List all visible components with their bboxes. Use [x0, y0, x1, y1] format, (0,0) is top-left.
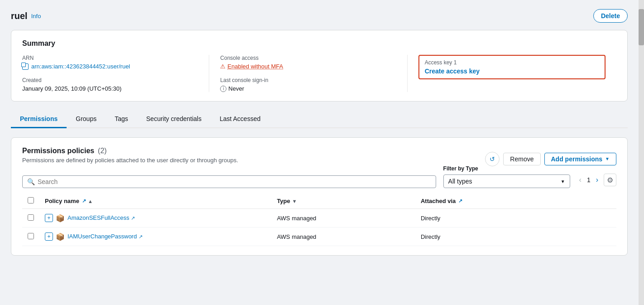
page-title: ruel: [11, 11, 28, 21]
attached-via-col-label: Attached via: [421, 198, 456, 204]
info-link[interactable]: Info: [31, 13, 41, 19]
policy-name-col-label: Policy name: [45, 198, 79, 204]
th-checkbox: [22, 194, 39, 209]
page-header: ruel Info Delete: [11, 9, 628, 23]
expand-row-icon[interactable]: +: [45, 214, 53, 222]
access-key-label: Access key 1: [425, 59, 599, 66]
next-page-button[interactable]: ›: [594, 176, 600, 184]
permissions-title-area: Permissions policies (2) Permissions are…: [22, 147, 238, 171]
last-signin-value: Never: [228, 85, 244, 92]
permissions-actions: ↺ Remove Add permissions ▼: [485, 152, 616, 166]
th-policy-name: Policy name ↗ ▲: [39, 194, 271, 209]
th-type: Type ▼: [271, 194, 415, 209]
row-checkbox-cell: [22, 228, 39, 246]
prev-page-button[interactable]: ‹: [577, 176, 583, 184]
permissions-count: (2): [98, 147, 107, 155]
info-circle-icon: i: [220, 86, 226, 92]
gear-icon: ⚙: [607, 176, 613, 184]
access-key-box: Access key 1 Create access key: [418, 55, 606, 79]
remove-button[interactable]: Remove: [503, 153, 540, 165]
type-col-label: Type: [277, 198, 290, 204]
row-attached-via-cell: Directly: [415, 209, 616, 228]
last-signin-value-row: i Never: [220, 85, 396, 92]
policy-type-icon: 📦: [56, 232, 65, 241]
th-attached-via: Attached via ↗: [415, 194, 616, 209]
summary-col-access-key: Access key 1 Create access key: [418, 55, 616, 92]
refresh-button[interactable]: ↺: [485, 152, 500, 166]
console-access-label: Console access: [220, 55, 396, 61]
console-access-value[interactable]: Enabled without MFA: [227, 63, 283, 70]
policies-table: Policy name ↗ ▲ Type ▼: [22, 194, 616, 246]
filter-row: 🔍 Filter by Type All types ▼ ‹ 1 ›: [22, 174, 616, 188]
row-type-cell: AWS managed: [271, 228, 415, 246]
add-permissions-label: Add permissions: [551, 155, 603, 163]
scrollbar-thumb: [639, 9, 644, 45]
arn-text: arn:aws:iam::423623844452:user/ruel: [31, 63, 130, 70]
tab-permissions[interactable]: Permissions: [11, 111, 67, 128]
summary-title: Summary: [22, 39, 616, 48]
external-link-policy-icon: ↗: [82, 198, 86, 204]
tabs-bar: Permissions Groups Tags Security credent…: [11, 111, 628, 128]
summary-col-arn: ARN arn:aws:iam::423623844452:user/ruel …: [22, 55, 209, 92]
external-link-attached-icon: ↗: [458, 198, 462, 204]
page-number: 1: [587, 176, 591, 184]
table-row: + 📦 IAMUserChangePassword ↗ AWS managed …: [22, 228, 616, 246]
select-all-checkbox[interactable]: [28, 197, 34, 203]
console-access-value-row: ⚠ Enabled without MFA: [220, 63, 396, 70]
last-signin-label: Last console sign-in: [220, 77, 396, 83]
refresh-icon: ↺: [490, 155, 495, 163]
filter-by-type-label: Filter by Type: [443, 165, 478, 172]
pagination-area: ‹ 1 › ⚙: [577, 174, 616, 188]
table-settings-icon[interactable]: ⚙: [604, 174, 616, 186]
add-permissions-button[interactable]: Add permissions ▼: [544, 153, 617, 165]
row-policy-name-cell: + 📦 IAMUserChangePassword ↗: [39, 228, 271, 246]
type-filter-wrapper: Filter by Type All types ▼: [443, 174, 570, 188]
delete-button[interactable]: Delete: [593, 9, 628, 23]
created-label: Created: [22, 77, 198, 83]
row-attached-via-cell: Directly: [415, 228, 616, 246]
summary-grid: ARN arn:aws:iam::423623844452:user/ruel …: [22, 55, 616, 92]
search-input[interactable]: [38, 178, 431, 185]
tab-last-accessed[interactable]: Last Accessed: [211, 111, 269, 128]
row-checkbox[interactable]: [28, 214, 34, 221]
permissions-subtitle: Permissions are defined by policies atta…: [22, 157, 238, 164]
permissions-header: Permissions policies (2) Permissions are…: [22, 147, 616, 171]
row-checkbox-cell: [22, 209, 39, 228]
row-policy-name-cell: + 📦 AmazonSESFullAccess ↗: [39, 209, 271, 228]
policies-tbody: + 📦 AmazonSESFullAccess ↗ AWS managed Di…: [22, 209, 616, 246]
tab-security-credentials[interactable]: Security credentials: [137, 111, 211, 128]
table-row: + 📦 AmazonSESFullAccess ↗ AWS managed Di…: [22, 209, 616, 228]
summary-card: Summary ARN arn:aws:iam::423623844452:us…: [11, 30, 628, 102]
expand-row-icon[interactable]: +: [45, 232, 53, 241]
row-type-cell: AWS managed: [271, 209, 415, 228]
permissions-policies-title: Permissions policies: [22, 147, 94, 155]
permissions-card: Permissions policies (2) Permissions are…: [11, 137, 628, 256]
arn-label: ARN: [22, 55, 198, 61]
policy-type-icon: 📦: [56, 213, 65, 223]
type-filter-icon[interactable]: ▼: [292, 198, 297, 204]
arn-value-row: arn:aws:iam::423623844452:user/ruel: [22, 63, 198, 70]
created-value: January 09, 2025, 10:09 (UTC+05:30): [22, 85, 198, 92]
tab-tags[interactable]: Tags: [106, 111, 137, 128]
search-icon: 🔍: [27, 178, 35, 185]
page-title-area: ruel Info: [11, 11, 41, 21]
add-permissions-chevron: ▼: [605, 156, 610, 161]
sort-asc-icon[interactable]: ▲: [88, 198, 93, 204]
search-wrapper: 🔍: [22, 175, 436, 188]
warning-icon: ⚠: [220, 63, 226, 70]
table-header-row: Policy name ↗ ▲ Type ▼: [22, 194, 616, 209]
tab-groups[interactable]: Groups: [67, 111, 106, 128]
search-input-container[interactable]: 🔍: [22, 175, 436, 188]
create-access-key-link[interactable]: Create access key: [425, 68, 480, 75]
type-select-value: All types: [448, 178, 472, 185]
policy-name-link[interactable]: IAMUserChangePassword ↗: [67, 233, 143, 240]
scrollbar[interactable]: [639, 0, 644, 305]
policy-name-link[interactable]: AmazonSESFullAccess ↗: [67, 214, 135, 221]
chevron-down-icon: ▼: [561, 179, 565, 184]
summary-col-console: Console access ⚠ Enabled without MFA Las…: [220, 55, 407, 92]
row-checkbox[interactable]: [28, 233, 34, 239]
copy-icon[interactable]: [22, 63, 29, 70]
type-select[interactable]: All types ▼: [443, 174, 570, 188]
